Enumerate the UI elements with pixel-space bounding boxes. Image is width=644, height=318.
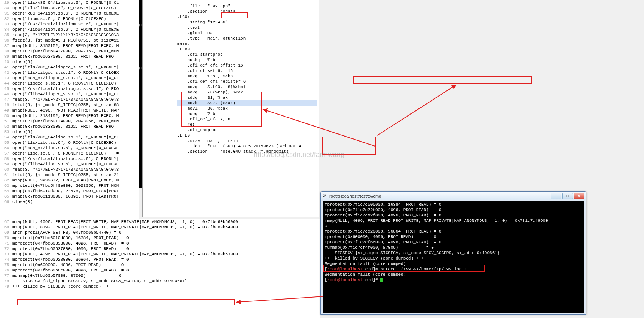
asm-line: .LC0: xyxy=(177,14,317,20)
terminal-bottom[interactable]: mprotect(0x7f1c7c505000, 16384, PROT_REA… xyxy=(323,201,584,313)
cursor xyxy=(380,278,383,282)
asm-line: main: xyxy=(177,41,317,47)
titlebar[interactable]: 🖳 root@localhost:/test/cv/cmd — □ ✕ xyxy=(321,192,586,200)
asm-line: popq %rbp xyxy=(177,111,317,117)
asm-line: movq -8(%rbp), %rax xyxy=(177,90,317,95)
asm-line: .section .note.GNU-stack,"",@progbits xyxy=(177,149,317,154)
terminal-line: Segmentation fault (core dumped) xyxy=(325,272,582,277)
asm-line: .text xyxy=(177,25,317,30)
terminal-line: 0 xyxy=(325,223,582,229)
terminal-line: mprotect(0x7f1c7ca2f000, 4096, PROT_READ… xyxy=(325,213,582,218)
strace-code: open("tls/x86_64/libm.so.6", O_RDONLY|O_… xyxy=(12,0,139,205)
close-button[interactable]: ✕ xyxy=(574,193,584,199)
annotation-box-warning xyxy=(353,76,532,84)
arrow-warning-to-source xyxy=(376,83,460,137)
line-gutter: 29 30 31 32 33 34 35 36 37 38 39 40 41 4… xyxy=(0,0,12,205)
terminal-line: [root@localhost cmd]# xyxy=(325,277,582,283)
asm-line: pushq %rbp xyxy=(177,57,317,63)
asm-line: .cfi_def_cfa 7, 8 xyxy=(177,117,317,122)
asm-line: .cfi_startproc xyxy=(177,52,317,57)
asm-line: movb $97, (%rax) xyxy=(177,100,317,106)
terminal-line: munmap(0x7f1c7cf4f000, 87009) = 0 xyxy=(325,245,582,250)
terminal-line: mprotect(0x7f1c7c505000, 16384, PROT_REA… xyxy=(325,202,582,207)
asm-line: .size main, .-main xyxy=(177,138,317,143)
asm-line: .cfi_offset 6, -16 xyxy=(177,68,317,73)
terminal-line: mprotect(0x600000, 4096, PROT_READ) = 0 xyxy=(325,234,582,240)
asm-line: .LFE0: xyxy=(177,133,317,138)
asm-line: movl $0, %eax xyxy=(177,106,317,111)
terminal-line: mprotect(0x7f1c7cd20000, 36864, PROT_REA… xyxy=(325,229,582,234)
asm-line: .LFB0: xyxy=(177,47,317,52)
asm-line: movq %rsp, %rbp xyxy=(177,73,317,79)
asm-line: .string "123456" xyxy=(177,20,317,25)
asm-line: addq $1, %rax xyxy=(177,95,317,100)
asm-line: .ident "GCC: (GNU) 4.8.5 20150623 (Red H… xyxy=(177,143,317,149)
terminal-icon: 🖳 xyxy=(322,193,328,199)
terminal-window: 🖳 root@localhost:/test/cv/cmd — □ ✕ mpro… xyxy=(320,191,586,315)
minimize-button[interactable]: — xyxy=(551,193,561,199)
asm-line: .section .rodata xyxy=(177,9,317,14)
asm-line: movq $.LC0, -8(%rbp) xyxy=(177,84,317,90)
svg-line-2 xyxy=(377,85,456,135)
line-gutter: 67 68 69 70 71 72 73 74 75 76 77 78 79 xyxy=(0,219,12,289)
asm-line: ret xyxy=(177,122,317,127)
terminal-line: +++ killed by SIGSEGV (core dumped) +++ xyxy=(325,256,582,261)
terminal-line: [root@localhost cmd]# strace ./t99 &>/ho… xyxy=(325,266,582,272)
asm-line: .file "t99.cpp" xyxy=(177,3,317,9)
terminal-line: mprotect(0x7f1c7cf66000, 4096, PROT_READ… xyxy=(325,240,582,245)
asm-line: .cfi_def_cfa_offset 16 xyxy=(177,63,317,68)
terminal-line: mmap(NULL, 4096, PROT_READ|PROT_WRITE, M… xyxy=(325,218,582,223)
asm-line: .cfi_endproc xyxy=(177,127,317,133)
maximize-button[interactable]: □ xyxy=(562,193,573,199)
assembly-pane[interactable]: .file "t99.cpp" .section .rodata.LC0: .s… xyxy=(142,0,319,217)
terminal-line: mprotect(0x7f1c7c72b000, 4096, PROT_READ… xyxy=(325,207,582,213)
terminal-line: --- SIGSEGV {si_signo=SIGSEGV, si_code=S… xyxy=(325,250,582,256)
asm-line: .globl main xyxy=(177,30,317,36)
window-title: root@localhost:/test/cv/cmd xyxy=(329,194,381,198)
annotation-box-source xyxy=(322,137,376,155)
strace-log-pane-narrow[interactable]: 29 30 31 32 33 34 35 36 37 38 39 40 41 4… xyxy=(0,0,139,219)
strace-log-pane-wide[interactable]: 67 68 69 70 71 72 73 74 75 76 77 78 79 m… xyxy=(0,219,320,318)
terminal-line: Segmentation fault (core dumped) xyxy=(325,261,582,266)
asm-line: .cfi_def_cfa_register 6 xyxy=(177,79,317,84)
asm-line: .type main, @function xyxy=(177,36,317,41)
strace-code: mmap(NULL, 4096, PROT_READ|PROT_WRITE, M… xyxy=(12,219,320,289)
